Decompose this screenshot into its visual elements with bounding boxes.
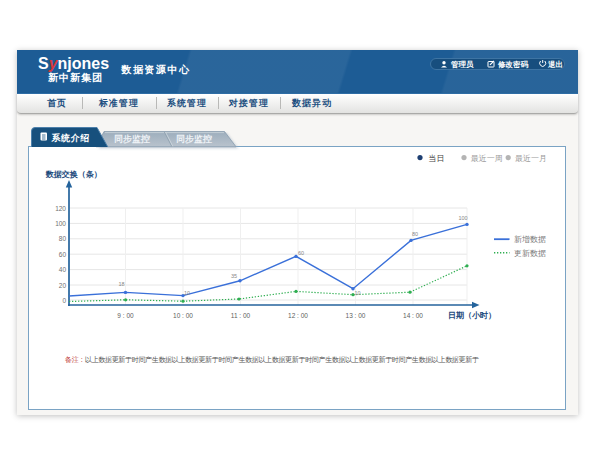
svg-text:11 : 00: 11 : 00	[231, 312, 251, 319]
svg-text:12 : 00: 12 : 00	[288, 312, 308, 319]
svg-text:60: 60	[59, 251, 67, 258]
svg-text:35: 35	[231, 273, 237, 279]
svg-text:60: 60	[298, 250, 304, 256]
svg-text:0: 0	[62, 297, 66, 304]
svg-text:120: 120	[55, 205, 66, 212]
svg-text:10 : 00: 10 : 00	[173, 312, 193, 319]
svg-text:18: 18	[119, 281, 125, 287]
svg-text:数据交换（条）: 数据交换（条）	[45, 170, 102, 179]
svg-text:80: 80	[59, 235, 67, 242]
svg-text:14 : 00: 14 : 00	[403, 312, 423, 319]
svg-text:最近一月: 最近一月	[515, 154, 547, 163]
svg-text:日期（小时）: 日期（小时）	[448, 311, 496, 320]
svg-text:同步监控: 同步监控	[176, 134, 212, 144]
svg-text:20: 20	[59, 282, 67, 289]
svg-text:更新数据: 更新数据	[514, 249, 546, 258]
svg-text:10: 10	[184, 290, 190, 296]
svg-text:新增数据: 新增数据	[514, 235, 546, 244]
svg-text:80: 80	[412, 231, 418, 237]
svg-text:同步监控: 同步监控	[114, 134, 150, 144]
svg-text:40: 40	[59, 266, 67, 273]
svg-text:100: 100	[459, 215, 468, 221]
svg-text:10: 10	[355, 290, 361, 296]
svg-text:100: 100	[55, 220, 66, 227]
svg-text:9 : 00: 9 : 00	[117, 312, 134, 319]
svg-text:当日: 当日	[428, 154, 444, 163]
svg-text:最近一周: 最近一周	[471, 154, 503, 163]
svg-text:13 : 00: 13 : 00	[346, 312, 366, 319]
svg-text:系统介绍: 系统介绍	[51, 133, 90, 143]
